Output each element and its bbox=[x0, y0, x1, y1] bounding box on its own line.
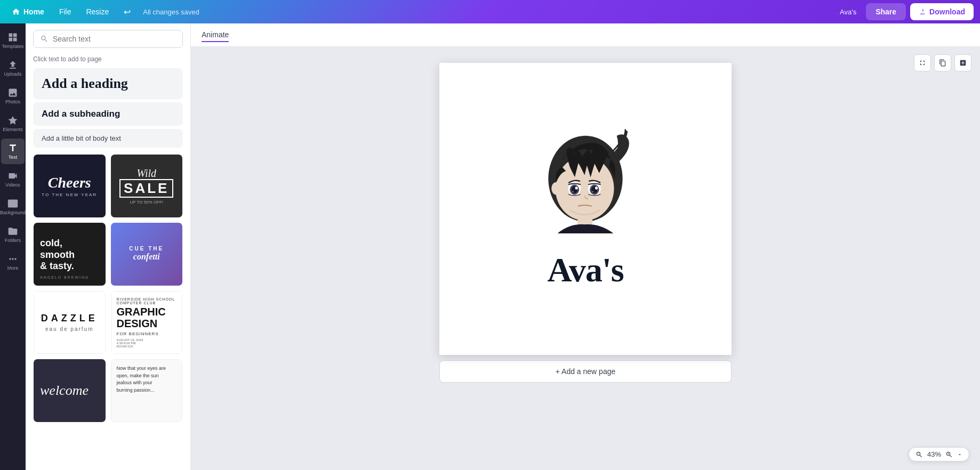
add-heading-button[interactable]: Add a heading bbox=[33, 68, 183, 99]
search-icon bbox=[40, 35, 49, 43]
main-layout: Templates Uploads Photos Elements Text V… bbox=[0, 23, 980, 470]
home-label: Home bbox=[23, 7, 44, 16]
template-card-eyes[interactable]: Now that your eyes areopen, make the sun… bbox=[110, 359, 183, 423]
copy-icon bbox=[939, 59, 946, 67]
template-card-welcome[interactable]: welcome bbox=[33, 359, 106, 423]
sidebar-item-videos[interactable]: Videos bbox=[1, 166, 25, 192]
svg-point-12 bbox=[592, 191, 593, 192]
svg-point-2 bbox=[551, 182, 561, 195]
sidebar-icons: Templates Uploads Photos Elements Text V… bbox=[0, 23, 26, 470]
folder-icon bbox=[7, 226, 18, 237]
background-icon bbox=[7, 198, 18, 209]
canvas-title[interactable]: Ava's bbox=[547, 250, 623, 290]
svg-point-11 bbox=[595, 187, 598, 189]
download-button[interactable]: Download bbox=[910, 3, 974, 20]
zoom-in-icon[interactable] bbox=[945, 451, 953, 458]
chevron-up-icon[interactable] bbox=[957, 452, 962, 457]
saved-status: All changes saved bbox=[143, 8, 199, 16]
resize-button[interactable]: Resize bbox=[81, 4, 114, 19]
sidebar-item-templates[interactable]: Templates bbox=[1, 28, 25, 53]
sidebar-item-uploads[interactable]: Uploads bbox=[1, 55, 25, 81]
svg-rect-13 bbox=[577, 216, 592, 225]
duplicate-button[interactable] bbox=[934, 54, 951, 71]
home-icon bbox=[12, 7, 20, 16]
text-options: Add a heading Add a subheading Add a lit… bbox=[26, 68, 190, 148]
canvas-area: Animate bbox=[191, 23, 980, 470]
search-input[interactable] bbox=[53, 35, 176, 43]
svg-point-7 bbox=[572, 191, 573, 192]
canvas-page[interactable]: Ava's bbox=[439, 63, 732, 355]
template-card-cold[interactable]: cold,smooth& tasty. ANGELO BREWING bbox=[33, 222, 106, 286]
add-page-button[interactable]: + Add a new page bbox=[439, 360, 732, 383]
file-button[interactable]: File bbox=[54, 4, 77, 19]
template-card-confetti[interactable]: CUE THE confetti bbox=[110, 222, 183, 286]
add-icon bbox=[959, 59, 967, 67]
photo-icon bbox=[7, 87, 18, 98]
sidebar-item-background[interactable]: Background bbox=[1, 194, 25, 220]
zoom-indicator: 43% bbox=[909, 447, 969, 461]
more-icon bbox=[7, 254, 18, 264]
template-card-graphic[interactable]: RIVERSIDE HIGH SCHOOLCOMPUTER CLUB GRAPH… bbox=[110, 290, 183, 354]
add-page-icon-button[interactable] bbox=[954, 54, 971, 71]
grid-icon bbox=[7, 32, 18, 43]
click-hint: Click text to add to page bbox=[26, 52, 190, 68]
share-button[interactable]: Share bbox=[866, 3, 906, 20]
sidebar-item-elements[interactable]: Elements bbox=[1, 111, 25, 136]
upload-icon bbox=[7, 60, 18, 70]
canvas-controls bbox=[914, 54, 971, 71]
user-label: Ava's bbox=[834, 5, 862, 19]
text-icon bbox=[7, 143, 18, 153]
left-panel: Click text to add to page Add a heading … bbox=[26, 23, 191, 470]
canvas-container: Ava's + Add a new page bbox=[191, 47, 980, 470]
sidebar-item-more[interactable]: More bbox=[1, 249, 25, 275]
template-card-dazzle[interactable]: DAZZLE eau de parfum bbox=[33, 290, 106, 354]
home-button[interactable]: Home bbox=[6, 4, 50, 19]
add-subheading-button[interactable]: Add a subheading bbox=[33, 102, 183, 126]
expand-button[interactable] bbox=[914, 54, 931, 71]
elements-icon bbox=[7, 115, 18, 126]
zoom-value: 43% bbox=[927, 450, 941, 458]
sidebar-item-text[interactable]: Text bbox=[1, 139, 25, 164]
sidebar-item-photos[interactable]: Photos bbox=[1, 83, 25, 109]
template-card-cheers[interactable]: Cheers TO THE NEW YEAR bbox=[33, 154, 106, 218]
add-body-button[interactable]: Add a little bit of body text bbox=[33, 129, 183, 148]
animate-bar: Animate bbox=[191, 23, 980, 47]
anime-illustration bbox=[527, 128, 644, 245]
video-icon bbox=[7, 171, 18, 181]
svg-point-6 bbox=[575, 187, 578, 189]
search-bar bbox=[26, 23, 190, 52]
template-card-wildsale[interactable]: Wild SALE UP TO 50% OFF! bbox=[110, 154, 183, 218]
animate-tab[interactable]: Animate bbox=[202, 28, 229, 42]
undo-button[interactable]: ↩ bbox=[118, 3, 135, 20]
expand-icon bbox=[919, 59, 926, 67]
zoom-out-icon[interactable] bbox=[915, 451, 923, 458]
template-grid: Cheers TO THE NEW YEAR Wild SALE UP TO 5… bbox=[26, 154, 190, 423]
search-input-wrap[interactable] bbox=[33, 30, 183, 48]
sidebar-item-folders[interactable]: Folders bbox=[1, 222, 25, 247]
download-icon bbox=[919, 8, 926, 15]
navbar: Home File Resize ↩ All changes saved Ava… bbox=[0, 0, 980, 23]
